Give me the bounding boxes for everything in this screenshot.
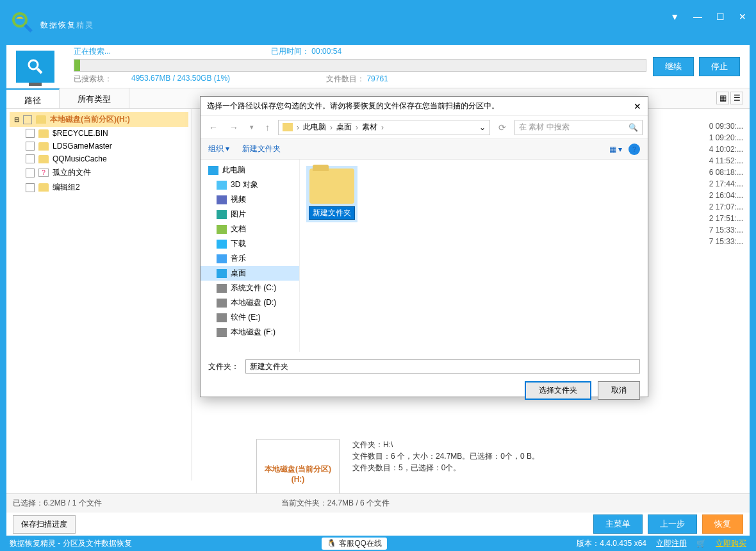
tree-item[interactable]: QQMusicCache [10, 152, 188, 165]
scan-status-bar: 正在搜索... 已用时间： 00:00:54 已搜索块：4953.67MB / … [6, 45, 750, 88]
tree-item[interactable]: LDSGameMaster [10, 140, 188, 152]
view-toggle: ▦ ☰ [716, 92, 743, 104]
dialog-body: 此电脑 3D 对象 视频 图片 文档 下载 音乐 桌面 系统文件 (C:) 本地… [201, 160, 648, 352]
tab-all-types[interactable]: 所有类型 [60, 88, 129, 108]
checkbox[interactable] [26, 154, 35, 163]
drive-icon [217, 284, 227, 293]
app-status: 数据恢复精灵 - 分区及文件数据恢复 [10, 538, 132, 549]
folder-name-editing[interactable]: 新建文件夹 [309, 206, 355, 220]
dialog-titlebar: 选择一个路径以保存您勾选的文件。请勿将要恢复的文件保存在您当前扫描的分区中。 ✕ [201, 97, 648, 116]
recover-button[interactable]: 恢复 [702, 514, 743, 534]
tree-root[interactable]: ⊟ 本地磁盘(当前分区)(H:) [10, 112, 188, 127]
tab-path[interactable]: 路径 [6, 88, 60, 108]
dtree-3d[interactable]: 3D 对象 [201, 177, 299, 192]
dtree-drive-e[interactable]: 软件 (E:) [201, 310, 299, 325]
dtree-video[interactable]: 视频 [201, 192, 299, 207]
folder-icon [283, 123, 293, 131]
buy-link[interactable]: 立即购买 [716, 538, 746, 549]
timestamp: 4 10:02:... [709, 144, 743, 155]
folder-item[interactable]: 新建文件夹 [306, 166, 357, 222]
back-icon[interactable]: ← [206, 122, 221, 133]
tree-root-label: 本地磁盘(当前分区)(H:) [50, 114, 130, 125]
search-input[interactable]: 在 素材 中搜索 🔍 [514, 120, 643, 135]
close-icon[interactable]: ✕ [739, 12, 746, 22]
list-view-icon[interactable]: ☰ [730, 92, 743, 104]
continue-button[interactable]: 继续 [653, 57, 694, 76]
forward-icon[interactable]: → [226, 122, 242, 133]
maximize-icon[interactable]: ☐ [716, 12, 725, 22]
bc-desktop[interactable]: 桌面 [336, 122, 352, 133]
timestamp: 2 17:44:... [709, 178, 743, 190]
view-options-icon[interactable]: ▦ ▾ [609, 145, 622, 154]
dialog-buttons: 选择文件夹 取消 [201, 381, 648, 407]
dtree-drive-d[interactable]: 本地磁盘 (D:) [201, 295, 299, 310]
dtree-downloads[interactable]: 下载 [201, 236, 299, 251]
checkbox[interactable] [26, 142, 35, 151]
folder-large-icon [309, 169, 354, 204]
dtree-computer[interactable]: 此电脑 [201, 163, 299, 177]
checkbox[interactable] [26, 183, 35, 192]
dtree-music[interactable]: 音乐 [201, 251, 299, 266]
qq-support-badge[interactable]: 🐧 客服QQ在线 [322, 538, 387, 550]
tree-item[interactable]: 编辑组2 [10, 180, 188, 195]
dialog-close-icon[interactable]: ✕ [634, 101, 641, 111]
dtree-desktop[interactable]: 桌面 [201, 266, 299, 281]
recent-icon[interactable]: ▾ [247, 123, 257, 131]
timestamp: 7 15:33:... [709, 236, 743, 247]
svg-point-2 [29, 60, 38, 69]
register-link[interactable]: 立即注册 [656, 538, 687, 549]
scanned-label: 已搜索块： [74, 74, 112, 85]
folder-tree: ⊟ 本地磁盘(当前分区)(H:) $RECYCLE.BIN LDSGameMas… [6, 109, 192, 481]
files-label: 文件数目： [326, 74, 365, 83]
elapsed-value: 00:00:54 [311, 47, 341, 56]
tree-item[interactable]: ?孤立的文件 [10, 165, 188, 180]
cube-icon [217, 181, 227, 190]
checkbox[interactable] [26, 129, 35, 138]
up-icon[interactable]: ↑ [262, 122, 273, 133]
folder-input[interactable] [245, 359, 640, 374]
scanned-value: 4953.67MB / 243.50GB (1%) [131, 74, 230, 85]
drive-icon [36, 115, 46, 124]
dropdown-icon[interactable]: ▼ [670, 12, 679, 22]
dialog-nav: ← → ▾ ↑ › 此电脑 › 桌面 › 素材 › ⌄ ⟳ 在 素材 中搜索 🔍 [201, 116, 648, 139]
computer-icon [208, 166, 218, 175]
titlebar: 数据恢复精灵 ▼ — ☐ ✕ [0, 0, 756, 45]
stop-button[interactable]: 停止 [699, 57, 740, 76]
dtree-drive-f[interactable]: 本地磁盘 (F:) [201, 325, 299, 340]
breadcrumb-dropdown-icon[interactable]: ⌄ [479, 123, 486, 132]
save-progress-button[interactable]: 保存扫描进度 [13, 515, 76, 534]
drive-icon [217, 328, 227, 337]
prev-step-button[interactable]: 上一步 [648, 514, 697, 534]
new-folder-button[interactable]: 新建文件夹 [242, 144, 281, 154]
svg-line-3 [37, 69, 42, 73]
image-icon [217, 210, 227, 219]
grid-view-icon[interactable]: ▦ [716, 92, 729, 104]
svg-point-0 [13, 13, 26, 26]
organize-button[interactable]: 组织 ▾ [208, 144, 229, 154]
timestamp: 1 09:20:... [709, 132, 743, 144]
main-menu-button[interactable]: 主菜单 [593, 514, 643, 534]
minimize-icon[interactable]: — [693, 12, 702, 22]
tree-item-label: 编辑组2 [53, 182, 80, 193]
breadcrumb[interactable]: › 此电脑 › 桌面 › 素材 › ⌄ [278, 120, 490, 135]
select-folder-button[interactable]: 选择文件夹 [525, 381, 591, 400]
dtree-docs[interactable]: 文档 [201, 222, 299, 236]
searching-label: 正在搜索... [74, 46, 111, 57]
dtree-images[interactable]: 图片 [201, 207, 299, 222]
bc-material[interactable]: 素材 [362, 122, 377, 133]
folder-icon [38, 183, 49, 192]
timestamp: 7 15:33:... [709, 224, 743, 236]
tree-item[interactable]: $RECYCLE.BIN [10, 127, 188, 140]
checkbox[interactable] [26, 169, 35, 177]
dtree-drive-c[interactable]: 系统文件 (C:) [201, 281, 299, 295]
refresh-icon[interactable]: ⟳ [495, 122, 509, 133]
collapse-icon[interactable]: ⊟ [13, 116, 21, 124]
cart-icon: 🛒 [696, 539, 706, 548]
cancel-button[interactable]: 取消 [598, 381, 640, 400]
tree-item-label: QQMusicCache [53, 154, 107, 163]
question-icon: ? [38, 169, 49, 177]
help-icon[interactable]: ? [629, 144, 640, 155]
bc-pc[interactable]: 此电脑 [303, 122, 326, 133]
action-bar: 保存扫描进度 主菜单 上一步 恢复 [6, 513, 750, 536]
checkbox[interactable] [23, 115, 32, 124]
